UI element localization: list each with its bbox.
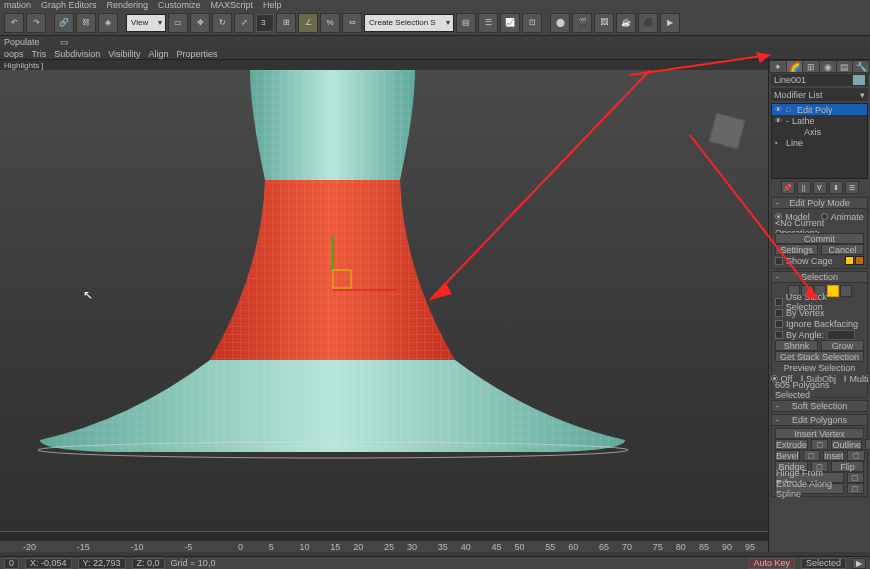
menu-item[interactable]: Customize (158, 0, 201, 10)
frame-field[interactable]: 0 (4, 558, 19, 569)
cage-color-2[interactable] (855, 256, 864, 265)
create-tab[interactable]: ✦ (770, 61, 786, 72)
stack-item-axis[interactable]: Axis (772, 126, 867, 137)
time-slider[interactable] (0, 531, 768, 541)
mirror-button[interactable]: ⇔ (342, 13, 362, 33)
soft-selection-rollout[interactable]: Soft Selection (771, 400, 868, 412)
ribbon-tab[interactable]: Align (149, 49, 169, 59)
modifier-stack[interactable]: 👁□Edit Poly 👁-Lathe Axis ▪Line (771, 103, 868, 179)
x-coord[interactable]: X: -0,054 (25, 558, 72, 569)
view-dropdown[interactable]: View (126, 14, 166, 32)
cage-color-1[interactable] (845, 256, 854, 265)
bevel-opt[interactable]: □ (803, 450, 820, 461)
selection-set-dropdown[interactable]: Create Selection S (364, 14, 454, 32)
stack-item-edit-poly[interactable]: 👁□Edit Poly (772, 104, 867, 115)
ribbon-tab[interactable]: Subdivision (54, 49, 100, 59)
commit-button[interactable]: Commit (775, 233, 864, 244)
modify-tab[interactable]: 🌈 (787, 61, 803, 72)
show-cage-checkbox[interactable] (775, 257, 783, 265)
time-ruler[interactable]: -20-15-10 -505 101520 253035 404550 5560… (0, 541, 768, 552)
utilities-tab[interactable]: 🔧 (853, 61, 869, 72)
shrink-button[interactable]: Shrink (775, 340, 818, 351)
angle-snap-button[interactable]: ∠ (298, 13, 318, 33)
get-stack-selection-button[interactable]: Get Stack Selection (775, 351, 864, 362)
extrude-spline-opt[interactable]: □ (847, 483, 864, 494)
key-filter-dropdown[interactable]: Selected (801, 558, 846, 569)
motion-tab[interactable]: ◉ (820, 61, 836, 72)
rotate-button[interactable]: ↻ (212, 13, 232, 33)
ribbon-tab[interactable]: Tris (32, 49, 47, 59)
populate-label[interactable]: Populate (4, 37, 40, 47)
schematic-button[interactable]: ⊡ (522, 13, 542, 33)
use-stack-checkbox[interactable] (775, 298, 783, 306)
render-prod-button[interactable]: ⬛ (638, 13, 658, 33)
pin-stack-button[interactable]: 📌 (781, 181, 795, 194)
hinge-opt[interactable]: □ (847, 472, 864, 483)
curve-editor-button[interactable]: 📈 (500, 13, 520, 33)
inset-button[interactable]: Inset (823, 450, 845, 461)
remove-modifier-button[interactable]: ⬇ (829, 181, 843, 194)
quick-render-button[interactable]: ▶ (660, 13, 680, 33)
insert-vertex-button[interactable]: Insert Vertex (775, 428, 864, 439)
inset-opt[interactable]: □ (847, 450, 864, 461)
render-frame-button[interactable]: 🖼 (594, 13, 614, 33)
stack-item-line[interactable]: ▪Line (772, 137, 867, 148)
redo-button[interactable]: ↷ (26, 13, 46, 33)
select-button[interactable]: ▭ (168, 13, 188, 33)
object-name-field[interactable]: Line001 (771, 74, 868, 86)
outline-button[interactable]: Outline (831, 439, 862, 450)
percent-snap-button[interactable]: % (320, 13, 340, 33)
by-vertex-checkbox[interactable] (775, 309, 783, 317)
display-tab[interactable]: ▤ (837, 61, 853, 72)
expand-icon[interactable]: ▭ (60, 37, 69, 47)
unlink-button[interactable]: ⛓ (76, 13, 96, 33)
menu-item[interactable]: MAXScript (211, 0, 254, 10)
configure-sets-button[interactable]: ☰ (845, 181, 859, 194)
selection-rollout[interactable]: Selection (771, 271, 868, 283)
edit-poly-mode-rollout[interactable]: Edit Poly Mode (771, 197, 868, 209)
undo-button[interactable]: ↶ (4, 13, 24, 33)
move-button[interactable]: ✥ (190, 13, 210, 33)
ribbon-tab[interactable]: Properties (177, 49, 218, 59)
menu-item[interactable]: Rendering (107, 0, 149, 10)
viewport[interactable]: ↖ (0, 70, 768, 531)
hierarchy-tab[interactable]: ⊞ (803, 61, 819, 72)
grow-button[interactable]: Grow (821, 340, 864, 351)
viewport-label[interactable]: Highlights ] (0, 60, 768, 70)
extrude-spline-button[interactable]: Extrude Along Spline (775, 483, 844, 494)
scale-button[interactable]: ⤢ (234, 13, 254, 33)
material-button[interactable]: ⬤ (550, 13, 570, 33)
spinner[interactable]: 3 (256, 14, 274, 32)
ribbon-tab[interactable]: oops (4, 49, 24, 59)
color-swatch[interactable] (853, 75, 865, 85)
show-result-button[interactable]: || (797, 181, 811, 194)
extrude-button[interactable]: Extrude (775, 439, 808, 450)
bevel-button[interactable]: Bevel (775, 450, 800, 461)
z-coord[interactable]: Z: 0,0 (132, 558, 165, 569)
extrude-opt[interactable]: □ (811, 439, 828, 450)
menu-item[interactable]: mation (4, 0, 31, 10)
render-button[interactable]: ☕ (616, 13, 636, 33)
bind-button[interactable]: ◈ (98, 13, 118, 33)
ignore-backfacing-checkbox[interactable] (775, 320, 783, 328)
angle-spinner[interactable] (827, 330, 855, 340)
edit-polygons-rollout[interactable]: Edit Polygons (771, 414, 868, 426)
layers-button[interactable]: ☰ (478, 13, 498, 33)
link-button[interactable]: 🔗 (54, 13, 74, 33)
by-angle-checkbox[interactable] (775, 331, 783, 339)
play-button[interactable]: ▶ (852, 558, 866, 569)
snap-button[interactable]: ⊞ (276, 13, 296, 33)
modifier-list-dropdown[interactable]: Modifier List (771, 88, 868, 101)
cancel-button[interactable]: Cancel (821, 244, 864, 255)
auto-key-button[interactable]: Auto Key (748, 558, 795, 569)
menu-item[interactable]: Graph Editors (41, 0, 97, 10)
render-setup-button[interactable]: 🎬 (572, 13, 592, 33)
align-button[interactable]: ▤ (456, 13, 476, 33)
outline-opt[interactable]: □ (865, 439, 870, 450)
make-unique-button[interactable]: ∀ (813, 181, 827, 194)
y-coord[interactable]: Y: 22,793 (78, 558, 126, 569)
settings-button[interactable]: Settings (775, 244, 818, 255)
stack-item-lathe[interactable]: 👁-Lathe (772, 115, 867, 126)
menu-item[interactable]: Help (263, 0, 282, 10)
ribbon-tab[interactable]: Visibility (108, 49, 140, 59)
